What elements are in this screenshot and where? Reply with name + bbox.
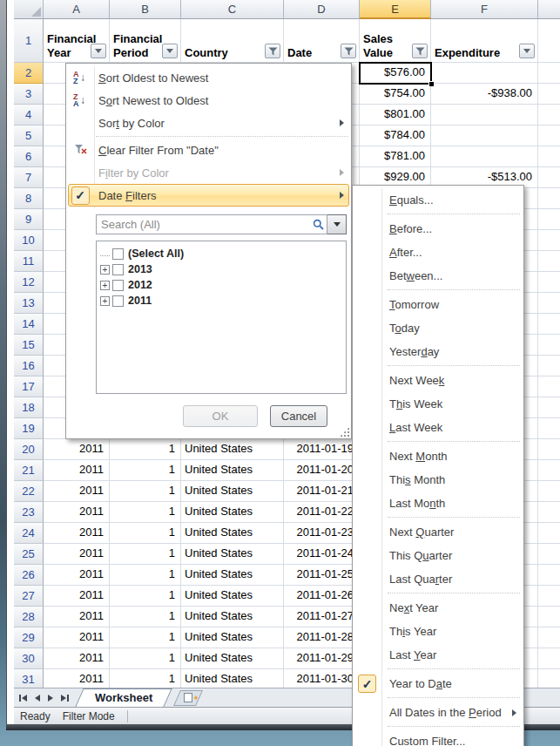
cell-empty[interactable] (538, 418, 560, 439)
column-header-f[interactable]: F (431, 0, 538, 19)
cell-date[interactable]: 2011-01-28 (284, 627, 360, 648)
cell-empty[interactable] (538, 397, 560, 418)
cell-year[interactable]: 2011 (44, 669, 110, 688)
cell-country[interactable]: United States (181, 669, 284, 688)
cell-g1[interactable] (538, 19, 560, 63)
cell-empty[interactable] (538, 167, 560, 188)
cell-empty[interactable] (538, 188, 560, 209)
cell-year[interactable]: 2011 (44, 648, 110, 669)
row-header[interactable]: 20 (14, 439, 44, 460)
submenu-item-next-month[interactable]: Next Month (353, 444, 523, 468)
last-sheet-icon[interactable] (61, 695, 69, 702)
row-header[interactable]: 31 (14, 669, 44, 688)
row-header[interactable]: 7 (14, 167, 44, 188)
cell-b1[interactable]: Financial Period (110, 19, 181, 63)
row-header[interactable]: 27 (14, 586, 44, 607)
cell-empty[interactable] (538, 105, 560, 125)
cell-empty[interactable] (538, 125, 560, 146)
row-header[interactable]: 5 (14, 125, 44, 146)
list-item-select-all[interactable]: (Select All) (98, 246, 344, 261)
cell-sales-value[interactable]: $801.00 (360, 105, 431, 125)
checkbox-select-all[interactable] (112, 248, 124, 260)
row-header[interactable]: 10 (14, 230, 44, 251)
cell-year[interactable]: 2011 (44, 607, 110, 627)
filter-button-year[interactable] (91, 44, 106, 58)
expand-icon[interactable]: + (100, 281, 110, 290)
cell-date[interactable]: 2011-01-20 (284, 460, 360, 481)
cell-year[interactable]: 2011 (44, 460, 110, 481)
list-item-2011[interactable]: + 2011 (98, 293, 344, 309)
expand-icon[interactable]: + (100, 265, 110, 275)
cell-date[interactable]: 2011-01-29 (284, 648, 360, 669)
menu-item-sort-newest[interactable]: ZA↓ Sort Newest to Oldest (66, 89, 351, 112)
checkbox-2011[interactable] (112, 295, 124, 307)
cell-period[interactable]: 1 (110, 481, 181, 502)
cell-period[interactable]: 1 (110, 544, 181, 565)
submenu-item-equals[interactable]: Equals... (353, 188, 523, 212)
cell-f1[interactable]: Expenditure (431, 19, 538, 63)
checkbox-2013[interactable] (112, 264, 124, 275)
submenu-item-this-week[interactable]: This Week (353, 392, 523, 416)
cell-country[interactable]: United States (181, 481, 284, 502)
column-header-d[interactable]: D (284, 0, 360, 19)
filter-button-country[interactable] (265, 44, 280, 58)
filter-button-sales-value[interactable] (412, 44, 428, 58)
cell-expenditure[interactable] (431, 146, 538, 167)
cell-empty[interactable] (538, 356, 560, 376)
submenu-item-today[interactable]: Today (353, 316, 523, 340)
cell-period[interactable]: 1 (110, 627, 181, 648)
cell-date[interactable]: 2011-01-19 (284, 439, 360, 460)
row-header[interactable]: 4 (14, 105, 44, 125)
row-header[interactable]: 15 (14, 335, 44, 356)
cell-sales-value[interactable]: $781.00 (360, 146, 431, 167)
row-header[interactable]: 25 (14, 544, 44, 565)
cell-c1[interactable]: Country (181, 19, 284, 63)
cell-period[interactable]: 1 (110, 607, 181, 627)
menu-item-sort-by-color[interactable]: Sort by Color (66, 112, 351, 134)
submenu-item-this-year[interactable]: This Year (353, 620, 523, 643)
row-header[interactable]: 23 (14, 502, 44, 523)
row-header[interactable]: 19 (14, 418, 44, 439)
submenu-item-last-year[interactable]: Last Year (353, 643, 523, 667)
column-header-e-selected[interactable]: E (360, 0, 431, 19)
column-header-g[interactable] (538, 0, 560, 19)
cell-empty[interactable] (538, 314, 560, 335)
cell-empty[interactable] (538, 586, 560, 607)
cell-empty[interactable] (538, 669, 560, 688)
cell-empty[interactable] (538, 481, 560, 502)
cell-e1[interactable]: Sales Value (360, 19, 431, 63)
cell-country[interactable]: United States (181, 648, 284, 669)
submenu-item-this-month[interactable]: This Month (353, 468, 523, 492)
search-input[interactable] (96, 214, 327, 234)
cell-empty[interactable] (538, 376, 560, 397)
cell-country[interactable]: United States (181, 627, 284, 648)
cell-d1[interactable]: Date (284, 19, 360, 63)
submenu-item-year-to-date[interactable]: ✓ Year to Date (353, 672, 523, 695)
row-header[interactable]: 14 (14, 314, 44, 335)
cell-year[interactable]: 2011 (44, 627, 110, 648)
cell-expenditure[interactable]: -$938.00 (431, 84, 538, 105)
column-header-c[interactable]: C (181, 0, 284, 19)
row-header-1[interactable]: 1 (14, 19, 44, 63)
submenu-item-next-week[interactable]: Next Week (353, 369, 523, 392)
cell-empty[interactable] (538, 335, 560, 356)
row-header[interactable]: 8 (14, 188, 44, 209)
cell-country[interactable]: United States (181, 502, 284, 523)
cell-country[interactable]: United States (181, 523, 284, 544)
cell-period[interactable]: 1 (110, 565, 181, 586)
cell-empty[interactable] (538, 648, 560, 669)
submenu-item-after[interactable]: After... (353, 241, 523, 264)
cell-country[interactable]: United States (181, 586, 284, 607)
cell-date[interactable]: 2011-01-22 (284, 502, 360, 523)
column-header-b[interactable]: B (110, 0, 181, 19)
cell-expenditure[interactable] (431, 105, 538, 125)
row-header[interactable]: 21 (14, 460, 44, 481)
row-header[interactable]: 30 (14, 648, 44, 669)
submenu-item-yesterday[interactable]: Yesterday (353, 340, 523, 363)
cell-period[interactable]: 1 (110, 460, 181, 481)
first-sheet-icon[interactable] (19, 695, 27, 702)
cell-empty[interactable] (538, 146, 560, 167)
cell-country[interactable]: United States (181, 565, 284, 586)
submenu-item-last-month[interactable]: Last Month (353, 492, 523, 515)
submenu-item-next-year[interactable]: Next Year (353, 596, 523, 620)
